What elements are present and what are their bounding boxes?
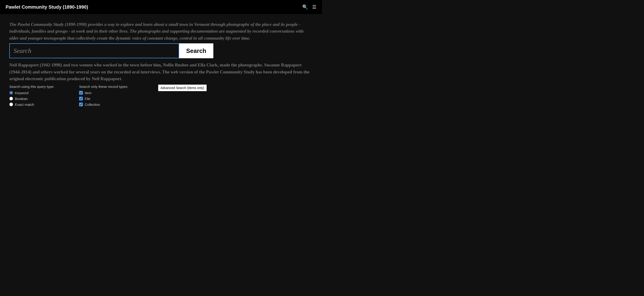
content-block: The Pawlet Community Study (1890-1990) p… [9,21,313,106]
header-actions: 🔍 ☰ [302,4,316,10]
radio-boolean[interactable]: Boolean [9,97,79,101]
checkbox-file[interactable]: File [79,97,154,101]
record-type-section: Search only these record types: Item Fil… [79,85,154,106]
search-input[interactable] [9,43,179,58]
search-options-row: Search using this query type: Keyword Bo… [9,85,313,106]
search-icon[interactable]: 🔍 [302,4,308,10]
collection-label: Collection [85,103,100,106]
boolean-label: Boolean [15,97,28,101]
search-button[interactable]: Search [179,43,213,58]
exact-label: Exact match [15,103,34,106]
site-title: Pawlet Community Study (1890-1990) [6,5,88,10]
advanced-search-container: Advanced Search (Items only) [154,85,206,91]
menu-icon[interactable]: ☰ [312,4,316,10]
query-type-label: Search using this query type: [9,85,79,89]
radio-exact[interactable]: Exact match [9,103,79,106]
header: Pawlet Community Study (1890-1990) 🔍 ☰ [0,0,322,14]
boolean-radio[interactable] [9,97,13,100]
item-label: Item [85,91,92,95]
query-type-section: Search using this query type: Keyword Bo… [9,85,79,106]
file-checkbox[interactable] [79,97,83,100]
description-para2: Neil Rappaport (1942-1998) and two women… [9,62,313,82]
query-type-group: Keyword Boolean Exact match [9,91,79,106]
main-content: The Pawlet Community Study (1890-1990) p… [0,14,322,111]
para1-italic: The Pawlet Community Study (1890-1990) [9,22,87,27]
radio-keyword[interactable]: Keyword [9,91,79,95]
record-type-label: Search only these record types: [79,85,154,89]
search-area: Search [9,43,313,58]
file-label: File [85,97,90,101]
checkbox-collection[interactable]: Collection [79,103,154,106]
keyword-radio[interactable] [9,91,13,95]
item-checkbox[interactable] [79,91,83,95]
collection-checkbox[interactable] [79,103,83,106]
record-type-group: Item File Collection [79,91,154,106]
checkbox-item[interactable]: Item [79,91,154,95]
exact-radio[interactable] [9,103,13,106]
keyword-label: Keyword [15,91,28,95]
advanced-search-button[interactable]: Advanced Search (Items only) [158,85,206,91]
description-para1: The Pawlet Community Study (1890-1990) p… [9,21,313,42]
